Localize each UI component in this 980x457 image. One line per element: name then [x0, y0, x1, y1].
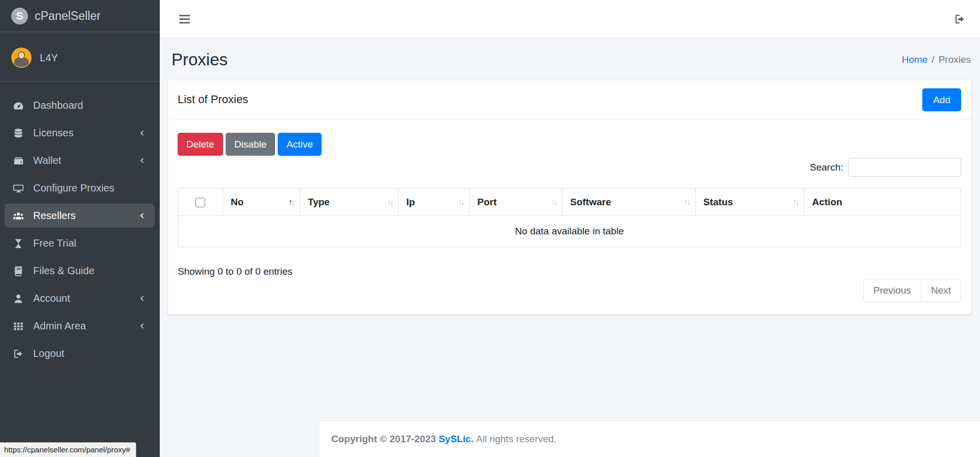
chevron-left-icon — [139, 212, 145, 219]
entries-info: Showing 0 to 0 of 0 entries — [178, 266, 292, 277]
sign-out-icon[interactable] — [954, 13, 966, 25]
proxies-card: List of Proxies Add DeleteDisableActive … — [167, 80, 971, 315]
wallet-icon — [11, 155, 26, 166]
proxies-table: No↑↓Type↑↓Ip↑↓Port↑↓Software↑↓Status↑↓Ac… — [178, 188, 961, 247]
sidebar-item-label: Account — [33, 293, 70, 304]
sidebar-item-label: Licenses — [33, 127, 74, 139]
column-header-port[interactable]: Port↑↓ — [470, 188, 562, 216]
chevron-left-icon — [139, 295, 145, 302]
copyright-text: Copyright © 2017-2023 — [331, 434, 436, 445]
brand-name: cPanelSeller — [35, 9, 101, 23]
sidebar-item-logout[interactable]: Logout — [5, 342, 155, 366]
card-body: DeleteDisableActive Search: No↑↓Type↑↓Ip… — [167, 119, 971, 315]
sidebar-item-dashboard[interactable]: Dashboard — [5, 93, 155, 117]
sort-icons: ↑↓ — [458, 198, 464, 207]
user-icon — [11, 293, 26, 304]
search-input[interactable] — [848, 158, 961, 177]
table-header-row: No↑↓Type↑↓Ip↑↓Port↑↓Software↑↓Status↑↓Ac… — [178, 188, 961, 216]
hourglass-icon — [11, 238, 26, 249]
brand[interactable]: S cPanelSeller — [0, 0, 160, 32]
disable-button[interactable]: Disable — [226, 133, 275, 156]
book-icon — [11, 266, 26, 277]
sidebar-item-label: Wallet — [33, 155, 61, 166]
sidebar-item-resellers[interactable]: Resellers — [5, 204, 155, 228]
search-row: Search: — [178, 158, 961, 177]
pagination: Previous Next — [863, 279, 961, 302]
sidebar-item-account[interactable]: Account — [5, 286, 155, 310]
add-button[interactable]: Add — [922, 88, 961, 111]
column-header-action: Action — [804, 188, 961, 216]
chevron-left-icon — [139, 157, 145, 164]
column-label: Software — [570, 197, 611, 207]
main-area: Proxies Home / Proxies List of Proxies A… — [160, 0, 980, 457]
sidebar-nav: DashboardLicensesWalletConfigure Proxies… — [0, 82, 160, 366]
active-button[interactable]: Active — [278, 133, 322, 156]
breadcrumb: Home / Proxies — [902, 54, 971, 65]
sidebar-item-files-guide[interactable]: Files & Guide — [5, 259, 155, 283]
sidebar-item-wallet[interactable]: Wallet — [5, 149, 155, 173]
previous-button[interactable]: Previous — [863, 279, 921, 302]
sidebar-item-configure-proxies[interactable]: Configure Proxies — [5, 176, 155, 200]
users-icon — [11, 210, 26, 222]
sidebar-item-label: Configure Proxies — [33, 182, 114, 194]
grid-icon — [11, 321, 26, 332]
status-bar-url: https://cpanelseller.com/panel/proxy# — [0, 442, 136, 457]
column-header-no[interactable]: No↑↓ — [223, 188, 300, 216]
sidebar-item-label: Files & Guide — [33, 265, 94, 277]
sidebar-item-label: Resellers — [33, 210, 76, 222]
user-name[interactable]: L4Y — [40, 52, 58, 64]
tachometer-icon — [11, 100, 26, 111]
sidebar-item-label: Logout — [33, 348, 64, 359]
column-label: Port — [477, 197, 497, 207]
hamburger-icon[interactable] — [178, 13, 191, 26]
rights-text: All rights reserved. — [476, 434, 556, 445]
select-all-header — [178, 188, 223, 216]
logout-icon — [11, 348, 26, 359]
chevron-left-icon — [139, 130, 145, 136]
column-header-type[interactable]: Type↑↓ — [300, 188, 399, 216]
empty-row-cell: No data available in table — [178, 216, 961, 247]
column-label: Type — [308, 197, 330, 207]
sort-icons: ↑↓ — [793, 198, 799, 207]
footer-brand-link[interactable]: SySLic. — [438, 434, 474, 445]
card-title: List of Proxies — [178, 93, 248, 106]
top-navbar — [160, 0, 980, 38]
column-header-software[interactable]: Software↑↓ — [562, 188, 696, 216]
chevron-left-icon — [139, 323, 145, 329]
sidebar-item-label: Admin Area — [33, 320, 86, 332]
column-label: Ip — [406, 197, 415, 207]
search-label: Search: — [810, 162, 843, 173]
column-header-status[interactable]: Status↑↓ — [696, 188, 804, 216]
sort-icons: ↑↓ — [684, 198, 691, 207]
column-label: Status — [703, 197, 733, 207]
sort-icons: ↑↓ — [551, 198, 557, 207]
sidebar-item-free-trial[interactable]: Free Trial — [5, 231, 155, 255]
database-icon — [11, 128, 26, 139]
sidebar-item-label: Dashboard — [33, 100, 83, 111]
column-header-ip[interactable]: Ip↑↓ — [399, 188, 470, 216]
select-all-checkbox[interactable] — [195, 198, 205, 207]
column-label: No — [231, 197, 243, 207]
sort-icons: ↑↓ — [387, 198, 394, 207]
table-footer: Showing 0 to 0 of 0 entries Previous Nex… — [178, 265, 961, 302]
delete-button[interactable]: Delete — [178, 133, 223, 156]
desktop-icon — [11, 183, 26, 194]
card-header: List of Proxies Add — [167, 80, 971, 119]
sidebar-item-admin-area[interactable]: Admin Area — [5, 314, 155, 338]
sort-icons: ↑↓ — [288, 198, 295, 207]
brand-logo-icon: S — [11, 8, 28, 25]
next-button[interactable]: Next — [921, 279, 961, 302]
empty-row: No data available in table — [178, 216, 961, 247]
breadcrumb-separator: / — [932, 54, 934, 65]
breadcrumb-home-link[interactable]: Home — [902, 54, 928, 65]
footer: Copyright © 2017-2023 SySLic. All rights… — [320, 420, 980, 457]
content-header: Proxies Home / Proxies — [160, 38, 980, 69]
breadcrumb-current: Proxies — [939, 54, 971, 65]
bulk-actions: DeleteDisableActive — [178, 133, 961, 156]
sidebar-item-licenses[interactable]: Licenses — [5, 121, 155, 145]
sidebar: S cPanelSeller L4Y DashboardLicensesWall… — [0, 0, 160, 457]
user-panel: L4Y — [0, 32, 160, 82]
user-avatar[interactable] — [11, 47, 32, 68]
sidebar-item-label: Free Trial — [33, 237, 76, 249]
column-label: Action — [812, 197, 842, 207]
